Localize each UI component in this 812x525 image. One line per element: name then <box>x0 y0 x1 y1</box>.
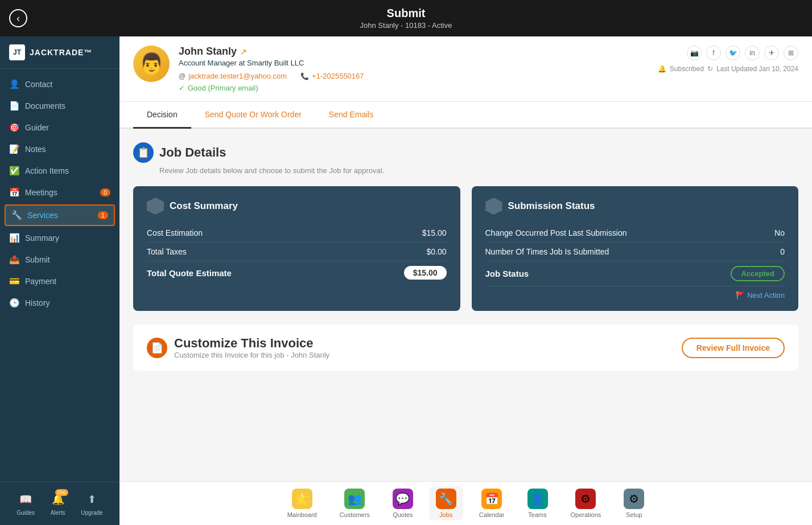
content-scroll: 📋 Job Details Review Job details below a… <box>119 129 812 481</box>
sidebar-item-guider[interactable]: 🎯 Guider <box>0 117 119 138</box>
change-occurred-label: Change Occurred Post Last Submission <box>485 228 627 237</box>
profile-role: Account Manager at Smartly Built LLC <box>179 59 649 67</box>
calendar-nav-label: Calendar <box>479 511 505 518</box>
sidebar-nav: 👤 Contact 📄 Documents 🎯 Guider 📝 Notes ✅… <box>0 69 119 482</box>
profile-header: 👨 John Stanly ↗ Account Manager at Smart… <box>119 36 812 102</box>
invoice-text: Customize This Invoice Customize this In… <box>174 336 329 359</box>
operations-nav-icon: ⚙ <box>575 489 596 509</box>
profile-right-col: 📷 f 🐦 in ✈ ⊞ 🔔 Subscribed ↻ Last Updated… <box>658 46 798 73</box>
quotes-nav-label: Quotes <box>393 511 413 518</box>
profile-info: John Stanly ↗ Account Manager at Smartly… <box>179 46 649 92</box>
nav-item-quotes[interactable]: 💬 Quotes <box>386 486 420 520</box>
phone-value: +1-2025550167 <box>312 72 364 80</box>
sidebar-item-documents[interactable]: 📄 Documents <box>0 95 119 117</box>
nav-item-setup[interactable]: ⚙ Setup <box>617 486 651 520</box>
customers-nav-label: Customers <box>340 511 370 518</box>
sidebar-item-summary[interactable]: 📊 Summary <box>0 227 119 249</box>
mainboard-nav-icon: ⭐ <box>292 489 312 509</box>
action-items-icon: ✅ <box>9 166 19 176</box>
last-updated: Last Updated Jan 10, 2024 <box>716 65 798 73</box>
total-taxes-label: Total Taxes <box>147 247 187 256</box>
share-icon[interactable]: ↗ <box>240 47 247 56</box>
email-contact[interactable]: @ jacktrade.tester1@yahoo.com <box>179 72 287 80</box>
notes-icon: 📝 <box>9 144 19 154</box>
tab-decision[interactable]: Decision <box>133 102 191 129</box>
invoice-subtitle: Customize this Invoice for this job - Jo… <box>174 351 329 359</box>
review-full-invoice-button[interactable]: Review Full Invoice <box>682 338 785 358</box>
sidebar-label-notes: Notes <box>25 145 46 154</box>
nav-item-mainboard[interactable]: ⭐ Mainboard <box>281 486 324 520</box>
nav-item-operations[interactable]: ⚙ Operations <box>564 486 608 520</box>
sidebar-item-submit[interactable]: 📤 Submit <box>0 249 119 270</box>
sidebar: JT JACKTRADE™ 👤 Contact 📄 Documents 🎯 Gu… <box>0 36 119 525</box>
sidebar-label-submit: Submit <box>25 255 50 264</box>
submission-hex-icon <box>485 198 502 215</box>
customers-nav-icon: 👥 <box>344 489 365 509</box>
teams-nav-icon: 👤 <box>527 489 548 509</box>
next-action-label: Next Action <box>747 291 785 300</box>
guider-icon: 🎯 <box>9 122 19 133</box>
bottom-nav: ⭐ Mainboard 👥 Customers 💬 Quotes 🔧 Jobs … <box>119 481 812 525</box>
nav-item-jobs[interactable]: 🔧 Jobs <box>429 486 463 520</box>
tab-send-emails[interactable]: Send Emails <box>315 102 388 129</box>
logo-icon: JT <box>9 44 25 60</box>
payment-icon: 💳 <box>9 276 19 286</box>
instagram-icon[interactable]: 📷 <box>687 46 702 60</box>
cost-estimation-label: Cost Estimation <box>147 228 203 237</box>
jobs-nav-label: Jobs <box>439 511 452 518</box>
alerts-bottom-item[interactable]: 🔔 266 Alerts <box>50 491 66 516</box>
nav-item-calendar[interactable]: 📅 Calendar <box>472 486 512 520</box>
change-occurred-value: No <box>774 228 785 237</box>
sidebar-item-services[interactable]: 🔧 Services 1 <box>5 204 115 226</box>
next-action-button[interactable]: 🚩 Next Action <box>485 291 785 300</box>
job-details-subtitle: Review Job details below and choose to s… <box>133 166 798 175</box>
telegram-icon[interactable]: ✈ <box>764 46 779 60</box>
email-status: ✓ Good (Primary email) <box>179 84 649 92</box>
cost-summary-card: Cost Summary Cost Estimation $15.00 Tota… <box>133 186 460 311</box>
facebook-icon[interactable]: f <box>706 46 721 60</box>
cost-estimation-row: Cost Estimation $15.00 <box>147 224 447 243</box>
tab-send-quote[interactable]: Send Quote Or Work Order <box>191 102 315 129</box>
mainboard-nav-label: Mainboard <box>287 511 317 518</box>
sidebar-label-summary: Summary <box>25 233 59 243</box>
contact-name: John Stanly <box>179 46 237 58</box>
total-quote-value: $15.00 <box>404 266 447 280</box>
sidebar-item-history[interactable]: 🕒 History <box>0 292 119 314</box>
sidebar-item-meetings[interactable]: 📅 Meetings 0 <box>0 182 119 203</box>
subscribed-icon: 🔔 <box>658 65 666 73</box>
nav-item-teams[interactable]: 👤 Teams <box>521 486 555 520</box>
sidebar-label-history: History <box>25 298 50 307</box>
change-occurred-row: Change Occurred Post Last Submission No <box>485 224 785 243</box>
content-area: 👨 John Stanly ↗ Account Manager at Smart… <box>119 36 812 525</box>
top-bar: ‹ Submit John Stanly - 10183 - Active <box>0 0 812 36</box>
subscribed-row: 🔔 Subscribed ↻ Last Updated Jan 10, 2024 <box>658 65 798 73</box>
upgrade-bottom-item[interactable]: ⬆ Upgrade <box>81 491 102 516</box>
profile-name-row: John Stanly ↗ <box>179 46 649 58</box>
job-status-value: Accepted <box>731 266 785 281</box>
back-button[interactable]: ‹ <box>9 9 27 27</box>
sidebar-label-meetings: Meetings <box>25 188 57 197</box>
phone-icon: 📞 <box>300 72 309 80</box>
sidebar-item-notes[interactable]: 📝 Notes <box>0 138 119 160</box>
cost-estimation-value: $15.00 <box>422 228 447 237</box>
total-quote-label: Total Quote Estimate <box>147 268 232 278</box>
upgrade-label: Upgrade <box>81 510 102 516</box>
nav-item-customers[interactable]: 👥 Customers <box>333 486 377 520</box>
sidebar-item-action-items[interactable]: ✅ Action Items <box>0 160 119 182</box>
sidebar-label-action-items: Action Items <box>25 166 69 175</box>
submission-status-title: Submission Status <box>508 200 595 212</box>
total-taxes-value: $0.00 <box>426 247 446 256</box>
linkedin-icon[interactable]: in <box>745 46 760 60</box>
status-label: Good (Primary email) <box>188 84 258 92</box>
sidebar-item-payment[interactable]: 💳 Payment <box>0 270 119 292</box>
sidebar-item-contact[interactable]: 👤 Contact <box>0 73 119 95</box>
sidebar-bottom-icons: 📖 Guides 🔔 266 Alerts ⬆ Upgrade <box>0 487 119 520</box>
grid-icon[interactable]: ⊞ <box>784 46 798 60</box>
twitter-icon[interactable]: 🐦 <box>726 46 740 60</box>
sidebar-bottom: 📖 Guides 🔔 266 Alerts ⬆ Upgrade <box>0 482 119 525</box>
guides-bottom-item[interactable]: 📖 Guides <box>17 491 35 516</box>
job-status-row: Job Status Accepted <box>485 261 785 286</box>
phone-contact[interactable]: 📞 +1-2025550167 <box>300 72 364 80</box>
services-icon: 🔧 <box>11 210 22 220</box>
job-details-header: 📋 Job Details <box>133 142 798 163</box>
